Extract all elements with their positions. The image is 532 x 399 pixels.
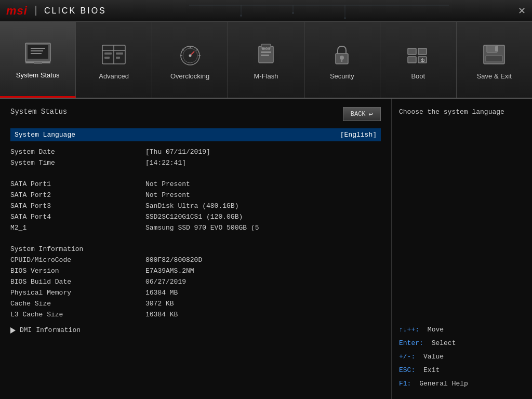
- nav-item-security[interactable]: Security: [304, 22, 380, 98]
- datetime-section: System Date [Thu 07/11/2019] System Time…: [10, 147, 381, 168]
- key-hint-row: ↑↓++: Move: [399, 323, 525, 337]
- sata-value: SanDisk Ultra (480.1GB): [145, 202, 238, 210]
- sysinfo-key: L3 Cache Size: [10, 311, 145, 318]
- svg-rect-46: [486, 56, 502, 62]
- dmi-label: DMI Information: [20, 326, 81, 334]
- system-language-value: [English]: [340, 131, 377, 139]
- logo: msi | CLICK BIOS: [6, 4, 107, 18]
- system-date-row: System Date [Thu 07/11/2019]: [10, 147, 381, 157]
- decorative-circuit: [189, 0, 501, 22]
- system-info-section: CPUID/MicroCode800F82/800820DBIOS Versio…: [10, 255, 381, 320]
- sata-row: SATA Port2Not Present: [10, 190, 381, 201]
- sysinfo-value: 06/27/2019: [145, 278, 186, 286]
- svg-rect-32: [261, 51, 271, 53]
- back-button[interactable]: BACK ↩: [343, 107, 381, 121]
- right-panel: Choose the system language ↑↓++: MoveEnt…: [392, 99, 532, 399]
- sata-value: Not Present: [145, 191, 190, 199]
- sata-value: Not Present: [145, 180, 190, 188]
- sysinfo-key: CPUID/MicroCode: [10, 256, 145, 264]
- nav-label-m-flash: M-Flash: [254, 72, 278, 80]
- sata-section: SATA Port1Not PresentSATA Port2Not Prese…: [10, 179, 381, 233]
- save-exit-icon: [477, 40, 511, 69]
- sysinfo-row: L3 Cache Size16384 KB: [10, 309, 381, 320]
- sata-value: SSD2SC120G1CS1 (120.0GB): [145, 213, 243, 221]
- svg-rect-39: [418, 48, 427, 55]
- svg-point-6: [344, 17, 346, 19]
- click-bios-label: CLICK BIOS: [44, 6, 107, 16]
- system-info-label: System Information: [10, 245, 145, 253]
- nav-label-save-exit: Save & Exit: [477, 72, 512, 80]
- nav-label-advanced: Advanced: [99, 72, 129, 80]
- sysinfo-value: 800F82/800820D: [145, 256, 202, 264]
- nav-label-security: Security: [330, 72, 354, 80]
- svg-rect-20: [116, 57, 120, 59]
- svg-rect-19: [116, 52, 123, 55]
- system-time-row: System Time [14:22:41]: [10, 157, 381, 168]
- back-label: BACK: [351, 111, 366, 118]
- key-desc: General Help: [419, 377, 468, 391]
- nav-item-overclocking[interactable]: Overclocking: [152, 22, 228, 98]
- nav-item-system-status[interactable]: System Status: [0, 22, 76, 98]
- svg-point-4: [292, 12, 294, 14]
- sysinfo-row: Physical Memory16384 MB: [10, 287, 381, 298]
- key-hint-row: F1: General Help: [399, 377, 525, 391]
- svg-rect-33: [261, 55, 269, 56]
- nav-label-system-status: System Status: [16, 71, 60, 79]
- key-name: F1:: [399, 377, 411, 391]
- sysinfo-value: 16384 KB: [145, 311, 178, 318]
- dmi-information-row[interactable]: DMI Information: [10, 325, 381, 335]
- key-desc: Select: [432, 337, 456, 350]
- sata-row: SATA Port1Not Present: [10, 179, 381, 190]
- svg-rect-18: [104, 57, 110, 59]
- advanced-icon: [97, 40, 130, 69]
- boot-icon: ⏻: [402, 40, 435, 69]
- sata-key: SATA Port1: [10, 180, 145, 188]
- sata-key: SATA Port4: [10, 213, 145, 221]
- sata-key: M2_1: [10, 224, 145, 232]
- sata-row: SATA Port4SSD2SC120G1CS1 (120.0GB): [10, 211, 381, 222]
- svg-text:BIOS: BIOS: [262, 47, 271, 50]
- system-time-key: System Time: [10, 159, 145, 167]
- back-arrow-icon: ↩: [369, 110, 373, 118]
- key-hints: ↑↓++: MoveEnter: Select+/-: ValueESC: Ex…: [399, 323, 525, 391]
- key-name: ESC:: [399, 364, 415, 377]
- nav-item-save-exit[interactable]: Save & Exit: [457, 22, 532, 98]
- logo-divider: |: [33, 5, 39, 17]
- sysinfo-row: BIOS VersionE7A39AMS.2NM: [10, 265, 381, 276]
- m-flash-icon: BIOS: [249, 40, 283, 69]
- sysinfo-key: Physical Memory: [10, 289, 145, 297]
- close-button[interactable]: ✕: [518, 6, 526, 16]
- svg-rect-8: [28, 45, 48, 59]
- system-status-icon: [21, 39, 55, 68]
- sysinfo-value: E7A39AMS.2NM: [145, 267, 194, 275]
- sysinfo-key: BIOS Build Date: [10, 278, 145, 286]
- nav-item-boot[interactable]: ⏻ Boot: [380, 22, 456, 98]
- system-date-value: [Thu 07/11/2019]: [145, 148, 210, 156]
- key-name: +/-:: [399, 350, 415, 364]
- system-time-value: [14:22:41]: [145, 159, 186, 167]
- svg-text:⏻: ⏻: [420, 58, 425, 63]
- key-hint-row: ESC: Exit: [399, 364, 525, 377]
- header: msi | CLICK BIOS ✕: [0, 0, 532, 22]
- key-hint-row: +/-: Value: [399, 350, 525, 364]
- key-desc: Move: [428, 323, 444, 337]
- sysinfo-key: BIOS Version: [10, 267, 145, 275]
- system-language-row[interactable]: System Language [English]: [10, 128, 381, 141]
- svg-rect-10: [34, 62, 42, 64]
- key-hint-row: Enter: Select: [399, 337, 525, 350]
- sata-value: Samsung SSD 970 EVO 500GB (5: [145, 224, 259, 232]
- svg-point-3: [240, 15, 242, 17]
- key-name: Enter:: [399, 337, 423, 350]
- key-desc: Exit: [423, 364, 440, 377]
- nav-item-advanced[interactable]: Advanced: [76, 22, 152, 98]
- nav-label-overclocking: Overclocking: [170, 72, 209, 80]
- key-name: ↑↓++:: [399, 323, 419, 337]
- left-panel: System Status BACK ↩ System Language [En…: [0, 99, 392, 399]
- svg-rect-38: [408, 48, 416, 55]
- dmi-arrow-icon: [10, 327, 16, 334]
- svg-point-36: [340, 56, 344, 60]
- svg-rect-40: [408, 57, 416, 63]
- sata-key: SATA Port3: [10, 202, 145, 210]
- nav-item-m-flash[interactable]: BIOS M-Flash: [228, 22, 304, 98]
- sysinfo-row: CPUID/MicroCode800F82/800820D: [10, 255, 381, 265]
